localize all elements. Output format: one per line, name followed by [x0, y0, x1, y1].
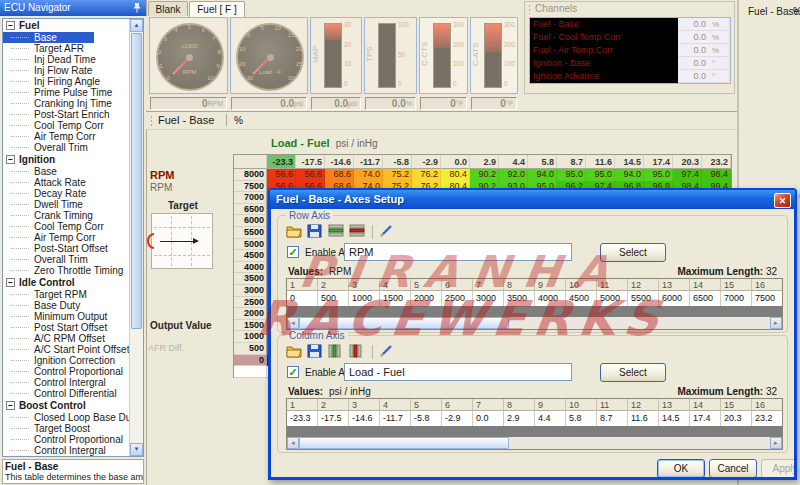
strip-value-cell[interactable]: -11.7 [380, 411, 411, 426]
channel-row[interactable]: Fuel - Base0.0% [530, 18, 730, 31]
tree-item-cranking-inj-time[interactable]: Cranking Inj Time [3, 98, 130, 109]
tree-item-control-differential[interactable]: Control Differential [3, 388, 130, 399]
ok-button[interactable]: OK [657, 459, 705, 477]
table-cell[interactable]: 56.6 [267, 169, 296, 181]
row-header[interactable]: 7500 [234, 181, 267, 193]
channel-row[interactable]: Fuel - Air Temp Corr0.0% [530, 44, 730, 57]
tree-item-decay-rate[interactable]: Decay Rate [3, 188, 130, 199]
strip-value-cell[interactable]: 2500 [442, 291, 473, 306]
strip-value-cell[interactable]: 17.4 [690, 411, 721, 426]
tree-item-control-intergral[interactable]: Control Intergral [3, 445, 130, 456]
row-header[interactable]: 1500 [234, 320, 267, 332]
tree-item-zero-throttle-timing[interactable]: Zero Throttle Timing [3, 265, 130, 276]
table-cell[interactable]: 74.0 [354, 169, 383, 181]
tree-group-ignition[interactable]: Ignition− [3, 153, 130, 166]
strip-value-cell[interactable]: 3000 [473, 291, 504, 306]
col-header[interactable]: 17.4 [644, 155, 673, 169]
strip-value-cell[interactable]: 8.7 [597, 411, 628, 426]
row-header[interactable]: 6500 [234, 204, 267, 216]
scroll-right-icon[interactable]: ► [770, 317, 782, 329]
tree-item-base[interactable]: Base [3, 32, 94, 43]
strip-value-cell[interactable]: 5500 [628, 291, 659, 306]
tree-group-fuel[interactable]: Fuel− [3, 19, 130, 32]
save-icon[interactable] [307, 344, 324, 359]
row-header[interactable]: 3500 [234, 273, 267, 285]
col-header[interactable]: 2.9 [470, 155, 499, 169]
tree-item-crank-timing[interactable]: Crank Timing [3, 210, 130, 221]
drag-handle-icon[interactable] [528, 4, 531, 14]
strip-value-cell[interactable]: -17.5 [318, 411, 349, 426]
insert-row-icon[interactable] [328, 224, 345, 239]
strip-value-cell[interactable]: 2.9 [504, 411, 535, 426]
close-icon[interactable]: ✕ [774, 193, 791, 208]
strip-value-cell[interactable]: 0.0 [473, 411, 504, 426]
collapse-icon[interactable]: − [6, 401, 15, 410]
table-cell[interactable]: 94.0 [528, 169, 557, 181]
edit-icon[interactable] [379, 344, 396, 359]
table-cell[interactable]: 95.0 [557, 169, 586, 181]
col-header[interactable]: 14.5 [615, 155, 644, 169]
drag-handle-icon[interactable] [150, 115, 153, 126]
strip-value-cell[interactable]: 6000 [659, 291, 690, 306]
strip-value-cell[interactable]: 4.4 [535, 411, 566, 426]
strip-scrollbar[interactable]: ◄► [287, 437, 782, 449]
select-button[interactable]: Select [600, 243, 666, 262]
tree-scrollbar[interactable]: ▲ ▼ [129, 19, 143, 456]
row-header[interactable]: 6000 [234, 215, 267, 227]
enable-axis-checkbox[interactable]: ✓ [287, 366, 299, 378]
strip-value-cell[interactable]: 11.6 [628, 411, 659, 426]
collapse-icon[interactable]: − [6, 155, 15, 164]
collapse-icon[interactable]: − [6, 278, 15, 287]
tree-item-control-proportional[interactable]: Control Proportional [3, 434, 130, 445]
edit-icon[interactable] [379, 224, 396, 239]
strip-value-cell[interactable]: 20.3 [721, 411, 752, 426]
select-button[interactable]: Select [600, 363, 666, 382]
tree-item-inj-dead-time[interactable]: Inj Dead Time [3, 54, 130, 65]
row-header[interactable]: 8000 [234, 169, 267, 181]
tree-item-base-duty[interactable]: Base Duty [3, 300, 130, 311]
col-header[interactable]: 20.3 [673, 155, 702, 169]
strip-value-cell[interactable]: 3500 [504, 291, 535, 306]
tab-blank[interactable]: Blank [148, 1, 188, 16]
table-cell[interactable]: 75.2 [383, 169, 412, 181]
table-cell[interactable]: 95.0 [644, 169, 673, 181]
strip-value-cell[interactable]: 1500 [380, 291, 411, 306]
collapse-icon[interactable]: − [6, 21, 15, 30]
strip-value-cell[interactable]: 1000 [349, 291, 380, 306]
strip-value-cell[interactable]: 6500 [690, 291, 721, 306]
strip-value-cell[interactable]: 5.8 [566, 411, 597, 426]
insert-column-icon[interactable] [328, 344, 345, 359]
axis-name-input[interactable]: RPM [344, 243, 572, 261]
tree-item-minimum-output[interactable]: Minimum Output [3, 311, 130, 322]
row-header[interactable]: 4500 [234, 250, 267, 262]
strip-value-cell[interactable]: 2000 [411, 291, 442, 306]
col-header[interactable]: 23.2 [702, 155, 731, 169]
row-header[interactable]: 2000 [234, 308, 267, 320]
enable-axis-checkbox[interactable]: ✓ [287, 246, 299, 258]
strip-value-cell[interactable]: -5.8 [411, 411, 442, 426]
tree-scrollbar-thumb[interactable] [131, 33, 142, 329]
tree-item-control-intergral[interactable]: Control Intergral [3, 377, 130, 388]
tree-item-overall-trim[interactable]: Overall Trim [3, 142, 130, 153]
tree-item-control-proportional[interactable]: Control Proportional [3, 366, 130, 377]
channel-row[interactable]: Fuel - Cool Temp Corr0.0% [530, 31, 730, 44]
tree-item-closed-loop-base-duty[interactable]: Closed Loop Base Duty [3, 412, 130, 423]
tree-item-post-start-enrich[interactable]: Post-Start Enrich [3, 109, 130, 120]
tree-item-attack-rate[interactable]: Attack Rate [3, 177, 130, 188]
col-header[interactable]: -5.8 [383, 155, 412, 169]
tree-item-target-boost[interactable]: Target Boost [3, 423, 130, 434]
table-cell[interactable]: 76.2 [412, 169, 441, 181]
delete-row-icon[interactable] [349, 224, 366, 239]
tree-item-target-afr[interactable]: Target AFR [3, 43, 130, 54]
tab-fuel[interactable]: Fuel [ F ] [189, 1, 245, 17]
tree-item-base[interactable]: Base [3, 166, 130, 177]
tree-item-target-rpm[interactable]: Target RPM [3, 289, 130, 300]
tree-item-a-c-rpm-offset[interactable]: A/C RPM Offset [3, 333, 130, 344]
table-cell[interactable]: 97.4 [673, 169, 702, 181]
cancel-button[interactable]: Cancel [709, 459, 757, 477]
col-header[interactable]: -23.3 [267, 155, 296, 169]
table-cell[interactable]: 56.6 [296, 169, 325, 181]
scroll-left-icon[interactable]: ◄ [287, 317, 299, 329]
strip-value-cell[interactable]: 4000 [535, 291, 566, 306]
col-header[interactable]: -17.5 [296, 155, 325, 169]
